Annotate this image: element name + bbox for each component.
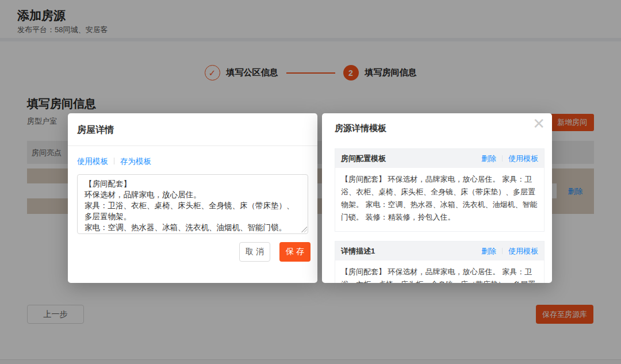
house-detail-modal-body: 使用模板存为模板 【房间配套】 环保选材，品牌家电，放心居住。 家具：卫浴、衣柜… (68, 146, 317, 234)
template-item: 房间配置模板 删除 使用模板 【房间配套】 环保选材，品牌家电，放心居住。 家具… (335, 148, 545, 232)
template-item-name: 房间配置模板 (341, 154, 386, 164)
template-item-header: 详情描述1 删除 使用模板 (335, 242, 544, 260)
listing-template-modal-title: 房源详情模板 (335, 123, 386, 134)
template-item-links: 删除 使用模板 (481, 154, 538, 164)
page: 添加房源 发布平台：58同城、安居客 ✓ 填写公区信息 2 填写房间信息 填写房… (0, 0, 621, 364)
listing-template-modal: 房源详情模板 ✕ 房间配置模板 删除 使用模板 【房间配套】 环保选材，品牌家电… (322, 113, 552, 283)
template-item-header: 房间配置模板 删除 使用模板 (335, 149, 544, 168)
cancel-button[interactable]: 取 消 (239, 242, 270, 262)
link-divider (502, 155, 503, 162)
close-icon[interactable]: ✕ (532, 114, 545, 134)
house-detail-modal-footer: 取 消 保 存 (239, 242, 310, 262)
room-description-textarea[interactable]: 【房间配套】 环保选材，品牌家电，放心居住。 家具：卫浴、衣柜、桌椅、床头柜、全… (77, 174, 308, 234)
template-delete-link[interactable]: 删除 (481, 154, 496, 164)
template-item-name: 详情描述1 (341, 246, 375, 256)
description-textarea-wrap: 【房间配套】 环保选材，品牌家电，放心居住。 家具：卫浴、衣柜、桌椅、床头柜、全… (77, 174, 308, 234)
template-delete-link[interactable]: 删除 (481, 246, 496, 256)
house-detail-modal-header: 房屋详情 (68, 113, 317, 146)
template-use-link[interactable]: 使用模板 (508, 246, 538, 256)
textarea-resize-handle[interactable] (301, 227, 307, 232)
template-links-row: 使用模板存为模板 (77, 156, 308, 167)
link-divider (114, 158, 114, 164)
template-item-links: 删除 使用模板 (481, 246, 538, 256)
use-template-link[interactable]: 使用模板 (77, 157, 108, 166)
template-item-content: 【房间配套】 环保选材，品牌家电，放心居住。 家具：卫浴、衣柜、桌椅、床头柜、全… (335, 260, 544, 283)
link-divider (502, 248, 503, 254)
save-button[interactable]: 保 存 (279, 242, 310, 262)
listing-template-modal-body: 房间配置模板 删除 使用模板 【房间配套】 环保选材，品牌家电，放心居住。 家具… (322, 113, 552, 283)
house-detail-modal-title: 房屋详情 (77, 124, 114, 136)
template-item-content: 【房间配套】 环保选材，品牌家电，放心居住。 家具：卫浴、衣柜、桌椅、床头柜、全… (335, 168, 544, 231)
house-detail-modal: 房屋详情 使用模板存为模板 【房间配套】 环保选材，品牌家电，放心居住。 家具：… (68, 113, 317, 283)
template-use-link[interactable]: 使用模板 (508, 154, 538, 164)
template-item: 详情描述1 删除 使用模板 【房间配套】 环保选材，品牌家电，放心居住。 家具：… (335, 241, 545, 283)
save-as-template-link[interactable]: 存为模板 (120, 157, 151, 166)
